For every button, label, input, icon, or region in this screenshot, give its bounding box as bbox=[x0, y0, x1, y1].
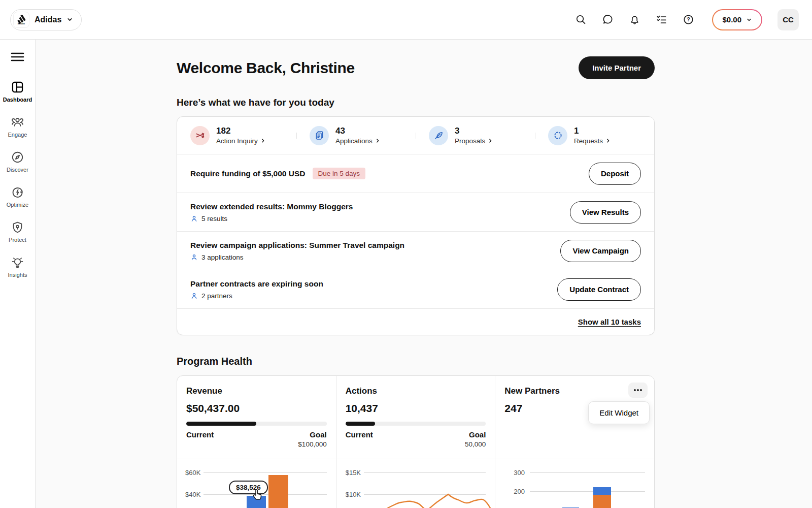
checklist-icon bbox=[656, 14, 667, 25]
task-meta-text: 3 applications bbox=[201, 253, 244, 261]
y-tick-label: 300 bbox=[514, 469, 525, 477]
sidebar-item-insights[interactable]: Insights bbox=[0, 256, 36, 278]
task-title: Review campaign applications: Summer Tra… bbox=[190, 241, 404, 250]
main-content: Welcome Back, Christine Invite Partner H… bbox=[36, 40, 812, 508]
chevron-right-icon bbox=[605, 138, 611, 143]
help-button[interactable]: ? bbox=[678, 9, 699, 30]
due-badge: Due in 5 days bbox=[313, 168, 366, 179]
shield-lock-icon bbox=[11, 220, 24, 234]
chevron-right-icon bbox=[375, 138, 380, 143]
stat-applications[interactable]: 43 Applications bbox=[296, 126, 416, 145]
help-icon: ? bbox=[683, 14, 694, 25]
stat-value: 3 bbox=[455, 126, 493, 136]
task-title: Partner contracts are expiring soon bbox=[190, 279, 323, 289]
new-partners-widget: New Partners 247 Edit Widget bbox=[495, 376, 654, 459]
sidebar-item-dashboard[interactable]: Dashboard bbox=[0, 80, 36, 103]
task-meta-text: 5 results bbox=[201, 215, 227, 223]
person-icon bbox=[190, 215, 198, 223]
revenue-chart: $60K $40K $38,526 bbox=[177, 459, 336, 508]
feather-icon bbox=[429, 126, 448, 145]
widget-value: 10,437 bbox=[346, 402, 486, 415]
sidebar-item-optimize[interactable]: Optimize bbox=[0, 185, 36, 208]
deposit-button[interactable]: Deposit bbox=[589, 163, 641, 185]
task-row: Review extended results: Mommy Bloggers … bbox=[177, 193, 654, 231]
partners-bar-2-blue[interactable] bbox=[593, 487, 611, 495]
y-tick-label: 200 bbox=[514, 488, 525, 495]
stat-requests[interactable]: 1 Requests bbox=[535, 126, 654, 145]
page-title: Welcome Back, Christine bbox=[177, 59, 355, 77]
sidebar-item-label: Protect bbox=[9, 237, 26, 243]
tasks-button[interactable] bbox=[651, 9, 672, 30]
more-options-button[interactable] bbox=[628, 383, 648, 398]
stat-action-inquiry[interactable]: 182 Action Inquiry bbox=[177, 126, 296, 145]
sidebar-item-engage[interactable]: Engage bbox=[0, 115, 36, 138]
compass-icon bbox=[11, 150, 24, 164]
actions-chart: $15K $10K bbox=[336, 459, 495, 508]
sidebar-item-label: Optimize bbox=[7, 202, 28, 208]
program-health-card: Revenue $50,437.00 Current Goal $100,000… bbox=[177, 375, 655, 508]
ellipsis-icon bbox=[633, 389, 642, 392]
chevron-right-icon bbox=[488, 138, 493, 143]
sidebar: Dashboard Engage Discover Optimize Prote… bbox=[0, 40, 36, 508]
y-tick-label: $40K bbox=[185, 491, 200, 498]
search-icon bbox=[575, 14, 587, 25]
documents-icon bbox=[310, 126, 329, 145]
people-icon bbox=[11, 115, 24, 129]
widget-value: $50,437.00 bbox=[186, 402, 327, 415]
hamburger-icon bbox=[11, 51, 24, 62]
view-results-button[interactable]: View Results bbox=[570, 201, 641, 224]
show-all-tasks-link[interactable]: Show all 10 tasks bbox=[578, 318, 641, 326]
tasks-heading: Here’s what we have for you today bbox=[177, 97, 655, 108]
current-label: Current bbox=[186, 430, 214, 439]
svg-text:?: ? bbox=[687, 16, 690, 22]
shuffle-arrows-icon bbox=[190, 126, 210, 145]
stat-value: 182 bbox=[216, 126, 265, 136]
program-health-heading: Program Health bbox=[177, 356, 655, 367]
org-name: Adidas bbox=[35, 15, 61, 24]
widget-title: Revenue bbox=[186, 386, 327, 396]
sidebar-item-protect[interactable]: Protect bbox=[0, 220, 36, 243]
messages-button[interactable] bbox=[597, 9, 618, 30]
edit-widget-button[interactable]: Edit Widget bbox=[588, 401, 650, 424]
stat-proposals[interactable]: 3 Proposals bbox=[416, 126, 535, 145]
goal-label: Goal bbox=[469, 430, 486, 439]
chat-bubble-icon bbox=[602, 14, 614, 25]
balance-dropdown[interactable]: $0.00 bbox=[712, 9, 762, 30]
sidebar-item-label: Discover bbox=[7, 167, 28, 173]
update-contract-button[interactable]: Update Contract bbox=[557, 278, 641, 301]
view-campaign-button[interactable]: View Campaign bbox=[560, 240, 641, 262]
task-title: Require funding of $5,000 USD bbox=[190, 169, 306, 178]
svg-text:adidas: adidas bbox=[18, 22, 25, 25]
bell-icon bbox=[629, 14, 640, 25]
actions-line-series bbox=[336, 459, 496, 508]
chevron-down-icon bbox=[66, 16, 73, 23]
progress-bar bbox=[346, 422, 486, 426]
y-tick-label: $60K bbox=[185, 469, 200, 477]
stat-label: Applications bbox=[335, 137, 373, 145]
actions-widget: Actions 10,437 Current Goal 50,000 bbox=[336, 376, 495, 459]
stat-value: 43 bbox=[335, 126, 380, 136]
sidebar-item-discover[interactable]: Discover bbox=[0, 150, 36, 173]
menu-button[interactable] bbox=[11, 51, 24, 62]
hand-cursor-icon bbox=[251, 488, 263, 501]
task-footer: Show all 10 tasks bbox=[177, 308, 654, 335]
goal-value: 50,000 bbox=[346, 440, 486, 448]
sidebar-item-label: Insights bbox=[8, 272, 27, 278]
invite-partner-button[interactable]: Invite Partner bbox=[579, 56, 655, 79]
search-button[interactable] bbox=[570, 9, 591, 30]
stat-value: 1 bbox=[574, 126, 611, 136]
stat-label: Proposals bbox=[455, 137, 485, 145]
topbar: adidas Adidas bbox=[0, 0, 812, 40]
revenue-bar-comparison[interactable] bbox=[268, 475, 288, 508]
notifications-button[interactable] bbox=[624, 9, 645, 30]
avatar[interactable]: CC bbox=[777, 9, 799, 30]
task-title: Review extended results: Mommy Bloggers bbox=[190, 202, 353, 211]
task-row: Review campaign applications: Summer Tra… bbox=[177, 231, 654, 270]
task-row: Require funding of $5,000 USD Due in 5 d… bbox=[177, 154, 654, 193]
optimize-icon bbox=[11, 185, 24, 199]
partners-bar-2-orange[interactable] bbox=[593, 495, 611, 508]
org-switcher[interactable]: adidas Adidas bbox=[10, 9, 82, 30]
chevron-down-icon bbox=[746, 17, 752, 23]
person-icon bbox=[190, 253, 198, 261]
sidebar-item-label: Engage bbox=[8, 132, 27, 138]
